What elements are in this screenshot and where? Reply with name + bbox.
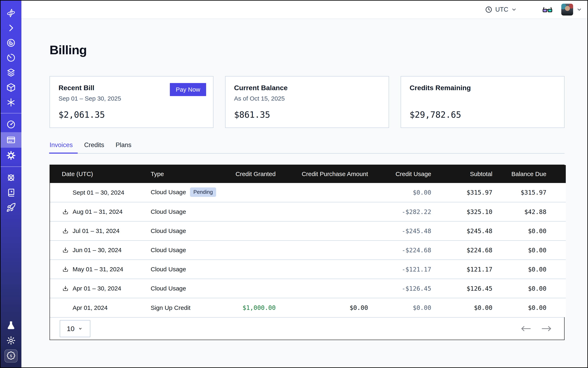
main-content: Billing Recent Bill Sep 01 – Sep 30, 202… — [21, 19, 587, 367]
sidebar-item-fleet[interactable] — [1, 170, 21, 185]
invoice-date: Apr 01, 2024 — [72, 304, 108, 311]
credit-granted-cell: $1,000.00 — [229, 298, 282, 317]
next-page-button[interactable] — [541, 325, 552, 332]
download-icon — [62, 208, 69, 215]
credit-usage-cell: -$245.48 — [374, 221, 437, 240]
card-subtitle: Sep 01 – Sep 30, 2025 — [59, 95, 205, 102]
subtotal-cell: $121.17 — [437, 260, 498, 279]
balance-due-cell: $42.88 — [498, 202, 566, 221]
invoice-type-label: Cloud Usage — [151, 266, 186, 273]
orbit-logo-icon — [6, 8, 16, 18]
page-size-value: 10 — [67, 325, 75, 333]
download-invoice-button[interactable] — [62, 266, 69, 273]
sidebar-divider — [1, 113, 21, 113]
sidebar-item-observe[interactable] — [1, 35, 21, 50]
sidebar-item-launch[interactable] — [1, 200, 21, 215]
chevron-down-icon — [511, 7, 517, 12]
sidebar-item-labs[interactable] — [1, 318, 21, 333]
credits-remaining-amount: $29,782.65 — [410, 110, 556, 120]
sidebar-item-billing[interactable] — [1, 132, 21, 148]
card-title: Credits Remaining — [410, 84, 556, 92]
invoices-table: Date (UTC) Type Credit Granted Credit Pu… — [50, 165, 565, 340]
rocket-icon — [6, 202, 16, 212]
credit-purchase-cell — [282, 240, 374, 260]
download-icon — [62, 285, 69, 292]
svg-text:$: $ — [10, 353, 12, 358]
arrow-right-icon — [541, 325, 552, 332]
column-header-date: Date (UTC) — [50, 165, 146, 183]
pagination-controls — [521, 325, 552, 332]
account-menu[interactable] — [561, 4, 582, 16]
column-header-balance-due: Balance Due — [498, 165, 566, 183]
invoice-date: Jun 01 – 30, 2024 — [72, 247, 121, 254]
sidebar-item-settings[interactable] — [1, 148, 21, 163]
tab-invoices[interactable]: Invoices — [50, 141, 74, 153]
table-row: Apr 01 – 30, 2024 Cloud Usage -$126.45 $… — [50, 279, 566, 298]
table-row: Apr 01, 2024 Sign Up Credit $1,000.00 $0… — [50, 298, 566, 317]
invoice-type-label: Sign Up Credit — [151, 304, 190, 311]
subtotal-cell: $325.10 — [437, 202, 498, 221]
timezone-selector[interactable]: UTC — [485, 6, 517, 13]
credit-granted-cell — [229, 279, 282, 298]
invoice-type-label: Cloud Usage — [151, 208, 186, 215]
subtotal-cell: $126.45 — [437, 279, 498, 298]
download-invoice-button[interactable] — [62, 227, 69, 235]
invoice-date: Sept 01 – 30, 2024 — [72, 189, 124, 196]
credit-granted-cell — [229, 260, 282, 279]
table-row: Jul 01 – 31, 2024 Cloud Usage -$245.48 $… — [50, 221, 566, 240]
arrow-left-icon — [521, 325, 531, 332]
tab-credits[interactable]: Credits — [84, 141, 105, 153]
credit-granted-cell — [229, 183, 282, 202]
timezone-label: UTC — [495, 6, 508, 13]
sidebar-item-timers[interactable] — [1, 50, 21, 65]
billing-screen: $ UTC Billing — [0, 0, 588, 368]
sidebar-item-usage[interactable] — [1, 117, 21, 132]
card-subtitle — [410, 95, 556, 102]
sidebar-item-functions[interactable] — [1, 95, 21, 110]
download-invoice-button[interactable] — [62, 208, 69, 215]
download-invoice-button[interactable] — [62, 285, 69, 292]
clock-icon — [485, 6, 492, 13]
sidebar-item-expand[interactable] — [1, 20, 21, 35]
invoice-date: Jul 01 – 31, 2024 — [72, 228, 119, 234]
pay-now-button[interactable]: Pay Now — [170, 83, 206, 96]
subtotal-cell: $224.68 — [437, 240, 498, 260]
subtotal-cell: $0.00 — [437, 298, 498, 317]
credit-granted-cell — [229, 202, 282, 221]
sidebar-item-home[interactable] — [1, 6, 21, 20]
credit-granted-cell — [229, 240, 282, 260]
layers-icon — [6, 68, 16, 77]
sidebar-item-layers[interactable] — [1, 65, 21, 80]
column-header-subtotal: Subtotal — [437, 165, 498, 183]
helm-wheel-icon — [6, 173, 16, 183]
chevron-down-icon — [77, 326, 83, 331]
download-icon — [62, 266, 69, 273]
dollar-badge-icon: $ — [7, 351, 16, 361]
invoice-type-label: Cloud Usage — [151, 247, 186, 253]
credits-offer-button[interactable]: $ — [4, 350, 18, 362]
status-badge: Pending — [190, 187, 216, 197]
balance-due-cell: $0.00 — [498, 279, 566, 298]
credit-usage-cell: $0.00 — [374, 183, 437, 202]
column-header-credit-granted: Credit Granted — [229, 165, 282, 183]
subtotal-cell: $315.97 — [437, 183, 498, 202]
cube-icon — [6, 83, 16, 92]
topbar: UTC — [21, 1, 587, 19]
column-header-credit-usage: Credit Usage — [374, 165, 437, 183]
credit-purchase-cell — [282, 221, 374, 240]
sidebar-item-theme[interactable] — [1, 333, 21, 348]
previous-page-button[interactable] — [521, 325, 531, 332]
current-balance-card: Current Balance As of Oct 15, 2025 $861.… — [225, 76, 389, 128]
sidebar-item-packages[interactable] — [1, 80, 21, 95]
table-header-row: Date (UTC) Type Credit Granted Credit Pu… — [50, 165, 566, 183]
column-header-credit-purchase: Credit Purchase Amount — [282, 165, 374, 183]
tab-plans[interactable]: Plans — [116, 141, 132, 153]
page-size-select[interactable]: 10 — [60, 320, 90, 337]
sidebar-item-docs[interactable] — [1, 185, 21, 200]
balance-due-cell: $0.00 — [498, 260, 566, 279]
download-invoice-button[interactable] — [62, 246, 69, 254]
card-title: Current Balance — [234, 84, 380, 92]
reader-mode-button[interactable] — [542, 6, 553, 13]
credit-purchase-cell — [282, 279, 374, 298]
credit-usage-cell: -$282.22 — [374, 202, 437, 221]
